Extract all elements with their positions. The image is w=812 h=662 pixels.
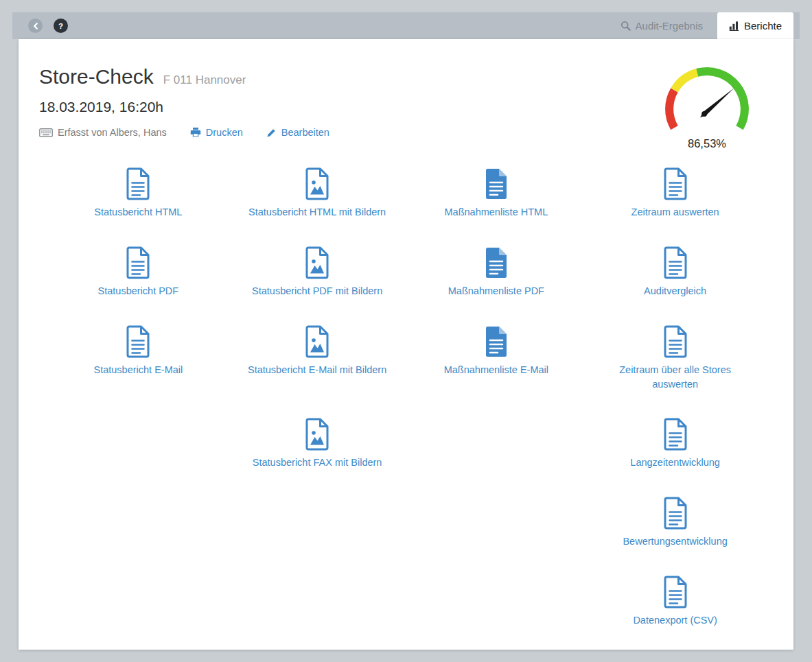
report-label: Maßnahmenliste PDF [448,284,544,298]
report-datenexport-csv[interactable]: Datenexport (CSV) [585,567,765,646]
tab-berichte-label: Berichte [744,20,782,32]
chevron-left-icon [32,22,39,30]
report-label: Datenexport (CSV) [633,613,717,628]
file-image-icon [303,325,331,358]
file-text-solid-icon [483,246,510,279]
file-text-icon [662,167,689,200]
question-mark-icon: ? [58,22,63,30]
report-label: Statusbericht PDF [98,284,179,298]
file-text-icon [124,246,152,279]
report-label: Statusbericht E-Mail [94,363,183,377]
report-grid: Statusbericht HTML Statusbericht HTML mi… [49,158,765,646]
file-text-icon [124,167,152,200]
page-title: Store-Check [39,65,154,88]
window-frame: ? Audit-Ergebnis Berichte Store-Check F … [0,0,812,662]
tab-audit-ergebnis[interactable]: Audit-Ergebnis [609,12,715,39]
edit-label: Bearbeiten [281,127,329,138]
back-button[interactable] [28,19,43,33]
report-statusbericht-html[interactable]: Statusbericht HTML [49,158,228,237]
file-text-icon [124,325,152,358]
report-label: Maßnahmenliste HTML [445,205,548,220]
help-button[interactable]: ? [54,19,68,33]
report-label: Statusbericht FAX mit Bildern [253,456,382,470]
edit-link[interactable]: Bearbeiten [266,127,329,138]
file-image-icon [303,418,331,451]
printer-icon [190,127,201,138]
file-text-icon [662,325,689,358]
search-icon [620,21,631,31]
store-subtitle: F 011 Hannover [163,73,246,87]
print-link[interactable]: Drucken [190,127,243,138]
report-massnahmenliste-pdf[interactable]: Maßnahmenliste PDF [407,237,586,316]
file-text-icon [662,418,689,451]
score-value: 86,53% [662,137,752,150]
tab-audit-label: Audit-Ergebnis [636,20,703,32]
report-statusbericht-html-mit-bildern[interactable]: Statusbericht HTML mit Bildern [228,158,407,237]
report-statusbericht-email-mit-bildern[interactable]: Statusbericht E-Mail mit Bildern [228,316,407,409]
file-text-icon [662,576,689,608]
report-label: Statusbericht E-Mail mit Bildern [248,363,386,377]
report-statusbericht-fax-mit-bildern[interactable]: Statusbericht FAX mit Bildern [228,409,407,488]
report-label: Zeitraum auswerten [631,205,719,220]
report-statusbericht-pdf[interactable]: Statusbericht PDF [49,237,228,316]
report-zeitraum-alle-stores[interactable]: Zeitraum über alle Stores auswerten [585,316,765,409]
bar-chart-icon [729,21,739,31]
file-text-solid-icon [483,167,510,200]
report-massnahmenliste-email[interactable]: Maßnahmenliste E-Mail [407,316,586,409]
recorded-by-label: Erfasst von Albers, Hans [58,127,167,138]
report-zeitraum-auswerten[interactable]: Zeitraum auswerten [585,158,765,237]
report-statusbericht-email[interactable]: Statusbericht E-Mail [49,316,228,409]
file-text-icon [662,246,689,279]
gauge-dial [662,64,752,133]
report-massnahmenliste-html[interactable]: Maßnahmenliste HTML [407,158,586,237]
pencil-icon [266,128,277,138]
topbar: ? Audit-Ergebnis Berichte [12,12,800,39]
report-statusbericht-pdf-mit-bildern[interactable]: Statusbericht PDF mit Bildern [228,237,407,316]
report-label: Statusbericht HTML [94,205,182,220]
report-auditvergleich[interactable]: Auditvergleich [585,237,765,316]
report-bewertungsentwicklung[interactable]: Bewertungsentwicklung [585,488,765,567]
report-label: Maßnahmenliste E-Mail [444,363,548,377]
report-label: Statusbericht PDF mit Bildern [252,284,382,298]
file-text-icon [662,497,689,530]
report-label: Langzeitentwicklung [630,456,720,470]
report-label: Bewertungsentwicklung [623,534,727,549]
report-label: Statusbericht HTML mit Bildern [248,205,386,220]
recorded-by: Erfasst von Albers, Hans [39,127,167,138]
report-label: Auditvergleich [644,284,706,298]
tab-berichte[interactable]: Berichte [717,12,793,39]
keyboard-icon [39,128,53,137]
main-panel: Store-Check F 011 Hannover 18.03.2019, 1… [19,39,793,650]
report-label: Zeitraum über alle Stores auswerten [596,363,754,392]
print-label: Drucken [206,127,243,138]
score-gauge: 86,53% [662,64,752,150]
file-image-icon [303,167,331,200]
file-image-icon [303,246,331,279]
file-text-solid-icon [483,325,510,358]
report-langzeitentwicklung[interactable]: Langzeitentwicklung [585,409,765,488]
